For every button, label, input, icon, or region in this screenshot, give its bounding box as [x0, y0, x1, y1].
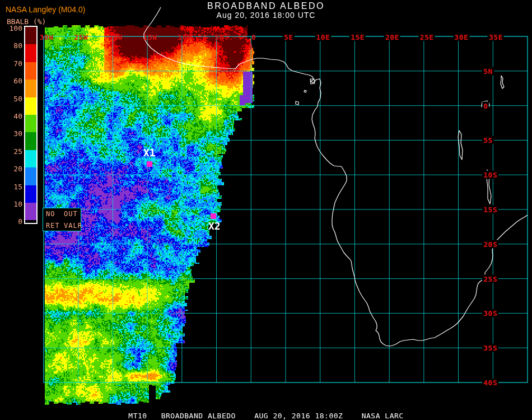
albedo-map-page: BROADBAND ALBEDO Aug 20, 2016 18:00 UTC …	[0, 0, 532, 420]
lon-label: 30W	[40, 33, 54, 41]
lat-label: 15S	[482, 206, 498, 214]
legend-cell: RET	[46, 222, 60, 230]
colorbar-tick: 20	[3, 165, 22, 173]
lat-label: 10S	[482, 171, 498, 179]
colorbar-segment	[25, 44, 36, 62]
lon-label: 25E	[418, 33, 435, 41]
marker-square[interactable]	[147, 161, 152, 167]
colorbar-segment	[25, 97, 36, 115]
marker-label: X2	[208, 220, 221, 232]
colorbar-segment	[25, 132, 36, 150]
lon-label: 5W	[214, 33, 224, 41]
lon-label: 15E	[349, 33, 366, 41]
retrieval-legend-box: NOOUTRETVALR	[43, 208, 81, 231]
lat-label: 0	[482, 101, 489, 110]
lon-label: 35E	[488, 33, 504, 41]
legend-cell: VALR	[64, 222, 82, 230]
lon-label: 15W	[143, 33, 157, 41]
legend-cell: OUT	[64, 210, 78, 218]
lat-label: 5S	[482, 136, 494, 144]
colorbar	[24, 26, 38, 224]
colorbar-segment	[25, 167, 36, 185]
colorbar-segment	[25, 185, 36, 203]
lon-label: 20E	[384, 33, 400, 41]
colorbar-segment	[25, 150, 36, 167]
colorbar-segment	[25, 115, 36, 132]
lat-label: 35S	[482, 344, 498, 352]
colorbar-segment	[25, 62, 36, 80]
colorbar-tick: 15	[3, 182, 22, 190]
colorbar-tick: 80	[3, 41, 22, 50]
colorbar-tick: 50	[3, 94, 22, 102]
lat-label: 25S	[482, 274, 498, 283]
marker-label: X1	[143, 147, 156, 158]
colorbar-segment	[25, 27, 36, 44]
lat-label: 40S	[482, 379, 498, 387]
lon-label: 20W	[109, 33, 123, 41]
legend-cell: NO	[46, 210, 55, 218]
colorbar-tick: 10	[3, 200, 22, 208]
lat-label: 5N	[482, 67, 494, 75]
status-bar: MT10 BROADBAND ALBEDO AUG 20, 2016 18:00…	[0, 412, 532, 420]
colorbar-tick: 40	[3, 112, 22, 120]
lon-label: 30E	[453, 33, 469, 41]
colorbar-tick: 100	[3, 24, 22, 32]
colorbar-tick: 25	[3, 147, 22, 155]
colorbar-tick: 0	[3, 217, 22, 226]
lon-label: 0	[251, 33, 256, 41]
lon-label: 5E	[283, 33, 295, 41]
lon-label: 10E	[315, 33, 331, 41]
colorbar-segment	[25, 203, 36, 220]
lat-label: 20S	[482, 240, 498, 248]
lon-label: 25W	[74, 33, 88, 41]
lat-label: 30S	[482, 309, 498, 318]
colorbar-segment	[25, 80, 36, 97]
colorbar-tick: 70	[3, 59, 22, 67]
lon-label: 10W	[178, 33, 192, 41]
source-label: NASA Langley (M04.0)	[6, 5, 85, 14]
map-region[interactable]	[44, 24, 528, 407]
colorbar-tick: 30	[3, 129, 22, 138]
marker-square[interactable]	[211, 213, 216, 219]
colorbar-tick: 60	[3, 77, 22, 85]
